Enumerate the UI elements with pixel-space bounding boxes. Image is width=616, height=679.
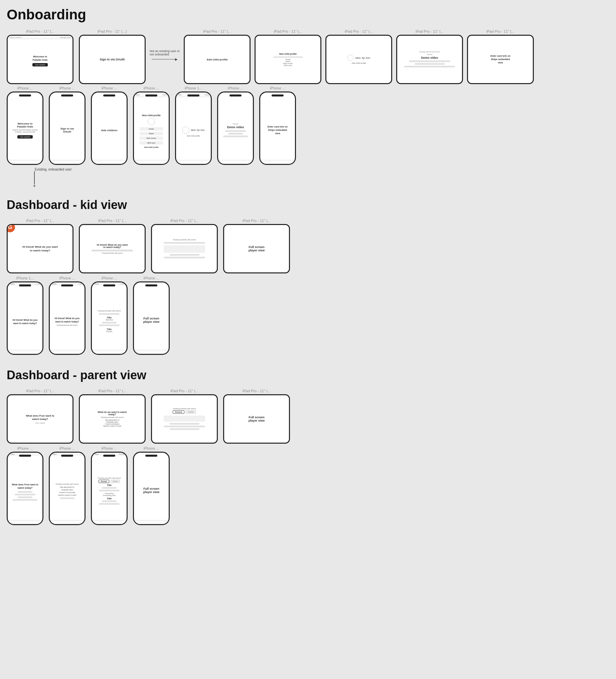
onboarding-title: Onboarding [7, 7, 609, 23]
onb-ipad-card-info: iPad Pro - 11" (... Enter card info onSt… [467, 29, 534, 84]
dashboard-kid-title: Dashboard - kid view [7, 198, 609, 212]
parent-iphone-what: iPhone ... Toggle What does Frun want to… [7, 446, 43, 525]
kid-iphone-fullscreen: iPhone ... Full screenplayer view [133, 276, 170, 355]
dashboard-parent-title: Dashboard - parent view [7, 368, 609, 382]
dashboard-parent-section: Dashboard - parent view iPad Pro - 11" (… [7, 368, 609, 525]
parent-ipad-browse: iPad Pro - 11" (... Drawing tutorials wi… [151, 389, 218, 444]
onb-ipad-demo-video: iPad Pro - 11" (... Drawing tutorials wi… [396, 29, 463, 84]
kid-iphone-browse: iPhone ... ToggleForm Drawing tutorials … [91, 276, 128, 355]
kid-ipad-fullscreen: iPad Pro - 11" (... Full screenplayer vi… [223, 219, 290, 273]
onb-iphone-new-child-form: iPhone ... BackDone New child profile Av… [133, 86, 170, 165]
kid-iphone-suggest: iPhone ... ToggleForm Hi friend! What do… [49, 276, 86, 355]
onboarding-section: Onboarding iPad Pro - 11" (... Search an… [7, 7, 609, 185]
parent-ipad-what: iPad Pro - 11" (... What does Frun want … [7, 389, 73, 444]
kid-ipad-suggest: iPad Pro - 11" (... Hi friend! What do y… [79, 219, 146, 273]
parent-iphone-suggest: iPhone ... Toggle Drawing tutorials with… [49, 446, 86, 525]
onb-iphone-oauth: iPhone ... Sign in viaOAuth [49, 86, 86, 165]
onb-ipad-welcome: iPad Pro - 11" (... Search and findManag… [7, 29, 73, 84]
onb-iphone-welcome: iPhone ... Welcome toPaladin Kids Search… [7, 86, 43, 165]
parent-ipad-fullscreen: iPad Pro - 11" (... Full screenplayer vi… [223, 389, 290, 444]
kid-iphone-greeting: iPhone 1... ToggleForm Hi friend! What d… [7, 276, 43, 355]
onb-iphone-card-info: iPhone ... Enter card info onStripe embe… [259, 86, 296, 165]
onb-ipad-oauth: iPad Pro - 11" (...) Sign in via OAuth [79, 29, 146, 84]
kid-ipad-browse: iPad Pro - 11" (... Drawing tutorials wi… [151, 219, 218, 273]
flow-label-not-existing: Not an existing user or not onboarded [150, 50, 180, 56]
dashboard-kid-section: Dashboard - kid view iPad Pro - 11" (...… [7, 198, 609, 355]
parent-iphone-browse: iPhone ... ToggleSettings Drawing tutori… [91, 446, 128, 525]
parent-ipad-suggest: iPad Pro - 11" (... What do we want to w… [79, 389, 146, 444]
onb-ipad-add-child: iPad Pro - 11" (... Add child profile [184, 29, 250, 84]
onb-iphone-add-children: iPhone ... Add children [91, 86, 128, 165]
onb-iphone-alice: iPhone 1... BackDone Alice, 5yr 2mo Add … [175, 86, 212, 165]
onb-ipad-new-child-form: iPad Pro - 11" (... New child profile Av… [254, 29, 321, 84]
onb-iphone-demo-video: iPhone ... Passed Demo video [217, 86, 254, 165]
flow-existing-user-arrow: Existing, onboarded user [33, 168, 609, 185]
kid-ipad-greeting: iPad Pro - 11" (... G Hi friend! What do… [7, 219, 73, 273]
onb-ipad-alice: iPad Pro - 11" (... Alice, 5yr 2mo Add c… [326, 29, 392, 84]
parent-iphone-fullscreen: iPhone ... Full screenplayer view [133, 446, 170, 525]
